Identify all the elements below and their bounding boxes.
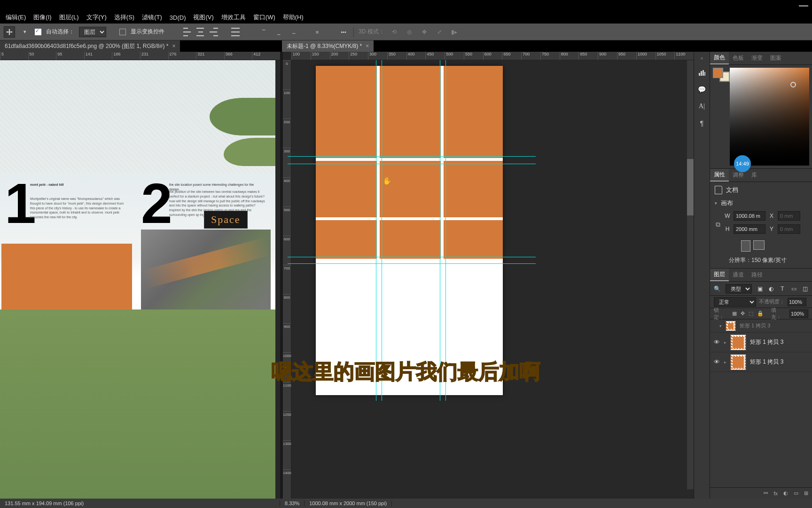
guide-horizontal[interactable] bbox=[288, 156, 536, 157]
showtransform-checkbox[interactable] bbox=[119, 29, 126, 35]
menu-select[interactable]: 选择(S) bbox=[111, 12, 137, 23]
search-icon[interactable]: 🔍 bbox=[714, 286, 721, 292]
document-tab-left[interactable]: 61dfa8ad3690b06403d81f6c5e6.png @ 200% (… bbox=[0, 40, 180, 52]
menu-help[interactable]: 帮助(H) bbox=[280, 12, 306, 23]
align-left-icon[interactable] bbox=[183, 28, 192, 36]
collapse-arrow-icon[interactable]: « bbox=[701, 56, 703, 61]
new-group-icon[interactable]: ▭ bbox=[794, 490, 798, 496]
visibility-icon[interactable]: 👁 bbox=[713, 358, 720, 365]
y-input[interactable] bbox=[778, 224, 800, 234]
width-input[interactable] bbox=[734, 211, 765, 221]
expand-arrow-icon[interactable]: ▸ bbox=[724, 360, 726, 365]
canvas-section-header[interactable]: ▾ 画布 bbox=[715, 199, 807, 207]
layer-list[interactable]: ▾ 矩形 1 拷贝 3 👁 ▸ 矩形 1 拷贝 3 👁 ▸ 矩形 1 拷贝 3 bbox=[710, 319, 812, 487]
link-icon[interactable]: ⧉ bbox=[715, 221, 724, 229]
new-layer-icon[interactable]: ⊞ bbox=[804, 490, 808, 496]
tab-color[interactable]: 颜色 bbox=[710, 52, 729, 64]
align-middle-icon[interactable]: ⎯ bbox=[273, 27, 284, 37]
artboard[interactable]: ✋ bbox=[316, 66, 503, 395]
lock-pixels-icon[interactable]: ▦ bbox=[732, 310, 737, 317]
layer-name[interactable]: 矩形 1 拷贝 3 bbox=[750, 338, 809, 346]
blend-mode-dropdown[interactable]: 正常 bbox=[714, 297, 756, 307]
left-document-view[interactable]: 55095141186231276321366412 1 2 mont pelé… bbox=[0, 52, 280, 499]
filter-image-icon[interactable]: ▣ bbox=[757, 286, 763, 292]
tab-layers[interactable]: 图层 bbox=[710, 269, 729, 281]
guide-vertical[interactable] bbox=[376, 60, 376, 401]
menu-image[interactable]: 图像(I) bbox=[31, 12, 54, 23]
close-tab-icon[interactable]: × bbox=[366, 43, 369, 49]
paragraph-icon[interactable]: ¶ bbox=[697, 118, 707, 128]
color-picker-field[interactable] bbox=[730, 68, 809, 166]
menu-view[interactable]: 视图(V) bbox=[190, 12, 216, 23]
guide-vertical[interactable] bbox=[382, 60, 382, 401]
menu-layer[interactable]: 图层(L) bbox=[56, 12, 82, 23]
distribute-v-icon[interactable]: ≡ bbox=[312, 27, 322, 37]
autoselect-dropdown[interactable]: 图层 bbox=[79, 27, 106, 37]
layer-thumbnail[interactable] bbox=[730, 334, 746, 350]
layer-mask-icon[interactable]: ◐ bbox=[783, 490, 788, 496]
guide-horizontal[interactable] bbox=[288, 164, 536, 164]
tab-pattern[interactable]: 图案 bbox=[766, 52, 785, 64]
scrollbar-vertical[interactable] bbox=[687, 60, 694, 489]
chevron-down-icon[interactable]: ▾ bbox=[20, 27, 30, 37]
layer-row[interactable]: 👁 ▸ 矩形 1 拷贝 3 bbox=[710, 352, 812, 372]
x-input[interactable] bbox=[778, 211, 800, 221]
autoselect-checkbox[interactable] bbox=[35, 29, 41, 35]
right-document-view[interactable]: 1001502002503003504004505005506006507007… bbox=[283, 52, 694, 499]
menu-edit[interactable]: 编辑(E) bbox=[3, 12, 29, 23]
layer-name[interactable]: 矩形 1 拷贝 3 bbox=[750, 358, 809, 366]
expand-arrow-icon[interactable]: ▸ bbox=[724, 340, 726, 345]
menu-filter[interactable]: 滤镜(T) bbox=[139, 12, 165, 23]
status-zoom[interactable]: 8.33% bbox=[280, 500, 304, 506]
distribute-icon[interactable] bbox=[231, 28, 240, 36]
tab-properties[interactable]: 属性 bbox=[710, 169, 729, 182]
canvas-area[interactable]: ✋ bbox=[291, 60, 685, 499]
landscape-icon[interactable] bbox=[753, 240, 765, 250]
layer-row[interactable]: 👁 ▸ 矩形 1 拷贝 3 bbox=[710, 333, 812, 352]
portrait-icon[interactable] bbox=[741, 240, 750, 252]
height-input[interactable] bbox=[734, 224, 765, 234]
lock-all-icon[interactable]: 🔒 bbox=[757, 310, 764, 317]
align-center-h-icon[interactable] bbox=[196, 28, 205, 36]
move-tool-icon[interactable] bbox=[4, 26, 15, 38]
more-options-icon[interactable]: ••• bbox=[338, 27, 349, 37]
foreground-color[interactable] bbox=[713, 68, 723, 78]
opacity-input[interactable] bbox=[788, 298, 806, 306]
align-right-icon[interactable] bbox=[210, 28, 218, 36]
lock-artboard-icon[interactable]: ⬚ bbox=[749, 310, 753, 317]
fill-input[interactable] bbox=[789, 310, 808, 318]
close-tab-icon[interactable]: × bbox=[172, 43, 175, 49]
filter-shape-icon[interactable]: ▭ bbox=[790, 286, 797, 292]
menu-window[interactable]: 窗口(W) bbox=[250, 12, 278, 23]
scroll-thumb[interactable] bbox=[687, 159, 694, 215]
link-layers-icon[interactable]: ⚯ bbox=[764, 490, 768, 496]
menu-type[interactable]: 文字(Y) bbox=[84, 12, 109, 23]
layer-style-icon[interactable]: fx bbox=[773, 491, 778, 496]
filter-smart-icon[interactable]: ◫ bbox=[802, 286, 808, 292]
minimize-button[interactable] bbox=[799, 5, 808, 7]
expand-arrow-icon[interactable]: ▾ bbox=[719, 324, 722, 328]
layer-row[interactable]: ▾ 矩形 1 拷贝 3 bbox=[710, 319, 812, 333]
guide-vertical[interactable] bbox=[440, 60, 440, 401]
guide-horizontal[interactable] bbox=[288, 257, 536, 257]
comment-icon[interactable]: 💬 bbox=[697, 84, 707, 95]
tab-gradient[interactable]: 渐变 bbox=[748, 52, 766, 64]
align-bottom-icon[interactable]: ⎽ bbox=[289, 27, 299, 37]
document-canvas[interactable]: 1 2 mont pelé - naked hill Montpellier's… bbox=[0, 60, 275, 499]
menu-plugins[interactable]: 增效工具 bbox=[219, 12, 249, 23]
tab-channels[interactable]: 通道 bbox=[729, 269, 748, 281]
document-tab-right[interactable]: 未标题-1 @ 8.33%(CMYK/8) * × bbox=[282, 40, 374, 52]
layer-thumbnail[interactable] bbox=[730, 354, 746, 370]
guide-horizontal[interactable] bbox=[288, 263, 536, 264]
tab-library[interactable]: 库 bbox=[748, 169, 761, 182]
histogram-icon[interactable] bbox=[697, 67, 707, 78]
tab-paths[interactable]: 路径 bbox=[748, 269, 766, 281]
filter-adjust-icon[interactable]: ◐ bbox=[768, 286, 774, 292]
guide-vertical[interactable] bbox=[445, 60, 446, 401]
menu-3d[interactable]: 3D(D) bbox=[167, 13, 189, 22]
visibility-icon[interactable]: 👁 bbox=[713, 339, 720, 346]
layer-thumbnail[interactable] bbox=[726, 321, 736, 331]
filter-kind-dropdown[interactable]: 类型 bbox=[726, 284, 752, 294]
color-indicator[interactable] bbox=[790, 82, 796, 87]
filter-type-icon[interactable]: T bbox=[779, 286, 786, 292]
